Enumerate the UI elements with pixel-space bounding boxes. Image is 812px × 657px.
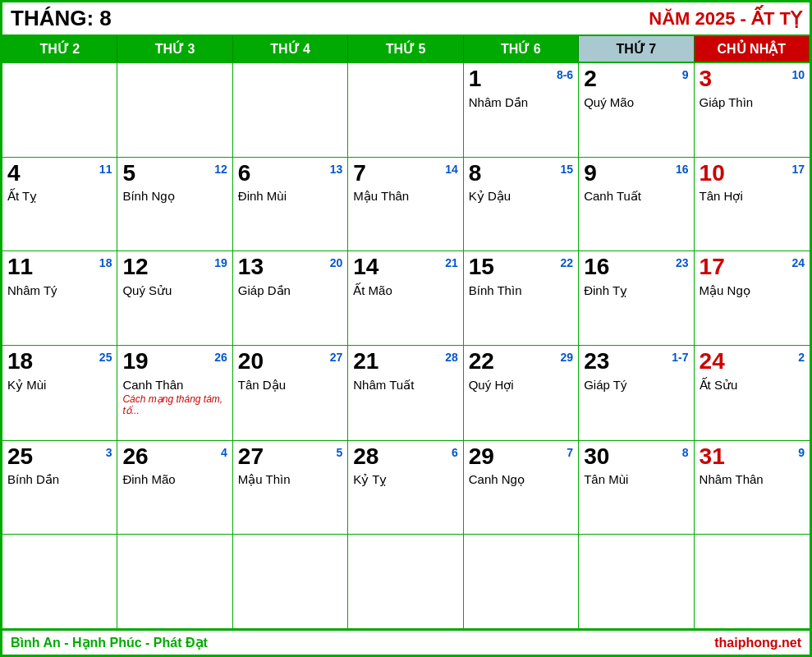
lunar-num: 10: [791, 68, 805, 81]
lunar-name: Nhâm Dần: [469, 95, 573, 110]
lunar-name: Kỷ Tỵ: [353, 472, 457, 487]
lunar-name: Bính Dần: [7, 472, 112, 487]
lunar-name: Bính Thìn: [469, 283, 573, 297]
day-cell-24: 242Ất Sửu: [695, 346, 810, 441]
lunar-name: Quý Sửu: [122, 283, 227, 298]
solar-date: 12: [122, 255, 148, 280]
day-cell-29: 297Canh Ngọ: [464, 441, 579, 535]
solar-date: 19: [122, 349, 148, 374]
empty-cell: [348, 535, 463, 629]
day-cell-1: 18-6Nhâm Dần: [464, 63, 579, 158]
footer-right: thaiphong.net: [714, 636, 801, 650]
day-cell-17: 1724Mậu Ngọ: [695, 251, 810, 346]
solar-date: 3: [700, 67, 713, 92]
lunar-num: 28: [445, 351, 458, 364]
lunar-name: Ất Mão: [353, 283, 457, 298]
lunar-num: 4: [221, 446, 227, 459]
solar-date: 8: [469, 161, 482, 186]
solar-date: 28: [353, 444, 378, 470]
weekday-cell-chủ-nhật: CHỦ NHẬT: [695, 36, 810, 62]
lunar-name: Quý Mão: [584, 95, 688, 109]
solar-date: 21: [353, 349, 378, 374]
lunar-num: 5: [336, 446, 342, 459]
weekday-cell-thứ-3: THỨ 3: [117, 36, 232, 62]
lunar-num: 26: [214, 351, 227, 364]
day-cell-4: 411Ất Tỵ: [2, 158, 117, 252]
lunar-num: 13: [330, 163, 343, 176]
empty-cell: [117, 535, 232, 629]
solar-date: 15: [469, 255, 494, 280]
solar-date: 23: [584, 349, 609, 374]
calendar-wrapper: THÁNG: 8 NĂM 2025 - ẤT TỴ THỨ 2THỨ 3THỨ …: [0, 0, 812, 657]
solar-date: 25: [7, 444, 33, 470]
empty-cell: [2, 63, 117, 158]
lunar-name: Quý Hợi: [469, 378, 573, 393]
solar-date: 13: [238, 255, 264, 280]
lunar-name: Giáp Dần: [238, 283, 342, 298]
day-cell-26: 264Đinh Mão: [117, 441, 232, 535]
lunar-num: 2: [798, 351, 805, 364]
lunar-name: Nhâm Tuất: [353, 378, 457, 393]
lunar-num: 14: [445, 163, 458, 176]
lunar-num: 21: [445, 256, 458, 269]
solar-date: 4: [7, 161, 21, 186]
lunar-num: 24: [791, 256, 805, 269]
footer-left: Bình An - Hạnh Phúc - Phát Đạt: [11, 635, 208, 650]
day-cell-2: 29Quý Mão: [579, 63, 694, 158]
day-cell-31: 319Nhâm Thân: [695, 441, 810, 535]
lunar-name: Giáp Thìn: [700, 95, 805, 109]
empty-cell: [348, 63, 463, 158]
lunar-name: Mậu Ngọ: [700, 283, 805, 298]
lunar-name: Tân Mùi: [584, 472, 688, 486]
day-cell-14: 1421Ất Mão: [348, 251, 463, 346]
solar-date: 27: [238, 444, 264, 470]
weekday-cell-thứ-7: THỨ 7: [579, 36, 694, 62]
lunar-name: Mậu Thân: [353, 189, 457, 204]
solar-date: 17: [700, 255, 725, 280]
day-cell-6: 613Đinh Mùi: [233, 158, 348, 252]
lunar-name: Canh Tuất: [584, 189, 688, 204]
lunar-num: 15: [561, 163, 574, 176]
day-cell-28: 286Kỷ Tỵ: [348, 441, 463, 535]
solar-date: 1: [469, 67, 482, 92]
day-cell-21: 2128Nhâm Tuất: [348, 346, 463, 441]
year-title: NĂM 2025 - ẤT TỴ: [649, 8, 801, 30]
weekday-cell-thứ-6: THỨ 6: [464, 36, 579, 62]
lunar-num: 9: [798, 446, 805, 459]
lunar-num: 7: [567, 446, 573, 459]
lunar-num: 1-7: [672, 351, 688, 364]
lunar-num: 6: [452, 446, 458, 459]
solar-date: 5: [122, 161, 135, 186]
solar-date: 18: [7, 349, 33, 374]
day-cell-7: 714Mậu Thân: [348, 158, 463, 252]
empty-cell: [233, 63, 348, 158]
lunar-name: Ất Tỵ: [7, 189, 112, 204]
lunar-num: 27: [330, 351, 343, 364]
day-cell-23: 231-7Giáp Tý: [579, 346, 694, 441]
day-cell-15: 1522Bính Thìn: [464, 251, 579, 346]
lunar-name: Tân Dậu: [238, 378, 342, 393]
lunar-num: 17: [791, 163, 805, 176]
lunar-name: Tân Hợi: [700, 189, 805, 204]
lunar-num: 8-6: [557, 68, 573, 81]
lunar-name: Giáp Tý: [584, 378, 688, 392]
lunar-name: Kỷ Dậu: [469, 189, 573, 204]
footer-row: Bình An - Hạnh Phúc - Phát Đạt thaiphong…: [2, 629, 810, 655]
lunar-num: 29: [561, 351, 574, 364]
solar-date: 10: [700, 161, 725, 186]
lunar-num: 23: [676, 256, 689, 269]
lunar-name: Đinh Mùi: [238, 189, 342, 203]
lunar-name: Canh Thân: [122, 378, 227, 392]
calendar-grid: 18-6Nhâm Dần29Quý Mão310Giáp Thìn411Ất T…: [2, 62, 810, 629]
day-cell-5: 512Bính Ngọ: [117, 158, 232, 252]
lunar-name: Canh Ngọ: [469, 472, 573, 487]
lunar-name: Bính Ngọ: [122, 189, 227, 204]
solar-date: 6: [238, 161, 251, 186]
lunar-num: 18: [99, 256, 112, 269]
solar-date: 7: [353, 161, 366, 186]
lunar-name: Đinh Tỵ: [584, 283, 688, 298]
day-cell-19: 1926Canh ThânCách mạng tháng tám, tố...: [117, 346, 232, 441]
empty-cell: [2, 535, 117, 629]
header-row: THÁNG: 8 NĂM 2025 - ẤT TỴ: [2, 2, 810, 36]
day-cell-12: 1219Quý Sửu: [117, 251, 232, 346]
